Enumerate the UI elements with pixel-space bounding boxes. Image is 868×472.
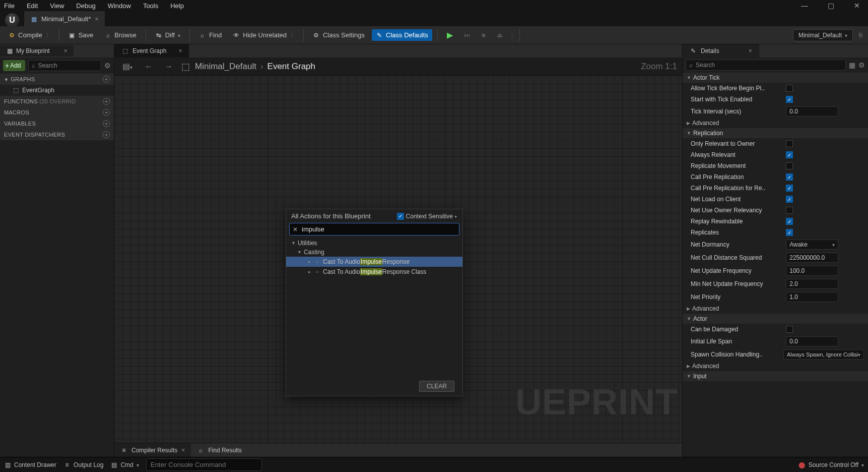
section-variables[interactable]: VARIABLES+ xyxy=(0,118,114,129)
my-blueprint-search[interactable]: ⌕Search xyxy=(28,60,101,71)
find-button[interactable]: ⌕Find xyxy=(195,29,226,41)
content-drawer-button[interactable]: ▥Content Drawer xyxy=(4,461,56,468)
step-button[interactable]: ⏭ xyxy=(460,29,475,41)
min-net-upd-input[interactable]: 2.0 xyxy=(786,279,838,289)
close-tab-icon[interactable]: × xyxy=(95,15,99,23)
tab-find-results[interactable]: ⌕Find Results xyxy=(191,443,248,457)
can-damage-checkbox[interactable] xyxy=(786,326,793,333)
start-tick-checkbox[interactable]: ✓ xyxy=(786,96,793,103)
minimize-icon[interactable]: — xyxy=(797,1,812,11)
context-checkbox[interactable]: ✓ xyxy=(397,213,404,220)
tab-compiler-results[interactable]: ≡Compiler Results× xyxy=(114,443,191,457)
diff-button[interactable]: ↹Diff xyxy=(151,29,184,41)
graph-item-eventgraph[interactable]: ⬚EventGraph xyxy=(0,85,114,96)
debug-object-dropdown[interactable]: Minimal_Default xyxy=(793,29,853,41)
add-function-icon[interactable]: + xyxy=(103,98,110,105)
stop-button[interactable]: ■ xyxy=(478,29,490,41)
breadcrumb-root[interactable]: Minimal_Default xyxy=(195,62,256,72)
locate-icon[interactable]: ⎘ xyxy=(857,32,864,39)
section-input[interactable]: ▼Input xyxy=(683,371,868,381)
popup-search-field[interactable] xyxy=(302,225,456,233)
action-cast-impulse-response-class[interactable]: ▸→ Cast To AudioImpulseResponse Class xyxy=(286,267,462,277)
graph-menu-icon[interactable]: ▤ xyxy=(119,61,136,72)
replicates-checkbox[interactable]: ✓ xyxy=(786,229,793,236)
compile-button[interactable]: ⚙Compile⋮ xyxy=(4,29,54,41)
browse-button[interactable]: ⌕Browse xyxy=(100,29,140,41)
details-tab[interactable]: ✎Details× xyxy=(683,44,759,57)
call-pre-checkbox[interactable]: ✓ xyxy=(786,173,793,181)
net-cull-input[interactable]: 225000000.0 xyxy=(786,253,838,263)
settings-gear-icon[interactable]: ⚙ xyxy=(104,62,111,70)
hide-unrelated-button[interactable]: 👁Hide Unrelated⋮ xyxy=(229,29,298,41)
rep-move-checkbox[interactable] xyxy=(786,162,793,169)
add-macro-icon[interactable]: + xyxy=(103,109,110,116)
class-defaults-button[interactable]: ✎Class Defaults xyxy=(372,29,432,41)
details-search-ph: Search xyxy=(696,62,715,69)
action-cast-impulse-response[interactable]: ▸→ Cast To AudioImpulseResponse xyxy=(286,257,462,267)
advanced-actor[interactable]: ▶Advanced xyxy=(683,361,868,371)
eject-button[interactable]: ⏏ xyxy=(493,29,507,41)
advanced-actor-tick[interactable]: ▶Advanced xyxy=(683,118,868,128)
output-log-button[interactable]: ≡Output Log xyxy=(63,461,103,468)
nav-forward-icon[interactable]: → xyxy=(162,61,176,72)
group-casting[interactable]: ▼Casting xyxy=(286,248,462,257)
graph-canvas[interactable]: UEPRINT All Actions for this Blueprint ✓… xyxy=(114,76,682,443)
add-dispatcher-icon[interactable]: + xyxy=(103,131,110,138)
net-upd-input[interactable]: 100.0 xyxy=(786,266,838,276)
nav-back-icon[interactable]: ← xyxy=(142,61,156,72)
only-owner-checkbox[interactable] xyxy=(786,140,793,147)
section-macros[interactable]: MACROS+ xyxy=(0,107,114,118)
console-input[interactable] xyxy=(146,458,262,471)
menu-edit[interactable]: Edit xyxy=(27,2,38,10)
details-settings-icon[interactable]: ⚙ xyxy=(858,61,865,69)
menu-help[interactable]: Help xyxy=(170,2,184,10)
section-dispatchers[interactable]: EVENT DISPATCHERS+ xyxy=(0,129,114,140)
breadcrumb-leaf[interactable]: Event Graph xyxy=(268,62,315,72)
group-utilities[interactable]: ▼Utilities xyxy=(286,239,462,248)
class-settings-button[interactable]: ⚙Class Settings xyxy=(309,29,369,41)
section-actor-tick[interactable]: ▼Actor Tick xyxy=(683,73,868,83)
clear-search-icon[interactable]: ✕ xyxy=(293,226,298,233)
tick-interval-input[interactable]: 0.0 xyxy=(786,106,838,116)
my-blueprint-tab[interactable]: ▦ My Blueprint × xyxy=(0,45,74,56)
replay-checkbox[interactable]: ✓ xyxy=(786,218,793,225)
popup-search-input[interactable]: ✕ xyxy=(289,223,459,235)
advanced-replication[interactable]: ▶Advanced xyxy=(683,304,868,314)
source-control-label[interactable]: Source Control Off xyxy=(809,461,858,468)
menu-view[interactable]: View xyxy=(50,2,64,10)
details-matrix-icon[interactable]: ▦ xyxy=(849,61,855,69)
section-actor[interactable]: ▼Actor xyxy=(683,314,868,324)
net-pri-input[interactable]: 1.0 xyxy=(786,292,838,302)
allow-tick-checkbox[interactable] xyxy=(786,85,793,92)
life-span-input[interactable]: 0.0 xyxy=(786,336,838,346)
play-button[interactable]: ▶ xyxy=(443,28,457,42)
tab-event-graph[interactable]: ⬚ Event Graph × xyxy=(114,44,189,57)
section-replication[interactable]: ▼Replication xyxy=(683,128,868,138)
details-search[interactable]: ⌕Search xyxy=(686,60,846,71)
add-button[interactable]: +Add xyxy=(3,60,25,71)
spawn-handling-combo[interactable]: Always Spawn, Ignore Collisions xyxy=(783,349,864,360)
context-sensitive-toggle[interactable]: ✓ Context Sensitive ▸ xyxy=(397,213,457,220)
menu-file[interactable]: File xyxy=(4,2,15,10)
section-functions[interactable]: FUNCTIONS (20 OVERRID+ xyxy=(0,96,114,107)
net-owner-checkbox[interactable] xyxy=(786,207,793,214)
maximize-icon[interactable]: ▢ xyxy=(824,1,838,11)
menu-debug[interactable]: Debug xyxy=(76,2,95,10)
play-options-icon[interactable]: ⋮ xyxy=(510,33,514,38)
cmd-dropdown[interactable]: ▤Cmd xyxy=(110,461,139,468)
add-graph-icon[interactable]: + xyxy=(103,76,110,83)
menu-window[interactable]: Window xyxy=(108,2,131,10)
save-button[interactable]: ▣Save xyxy=(64,29,98,41)
section-graphs[interactable]: ▼GRAPHS+ xyxy=(0,74,114,85)
net-load-checkbox[interactable]: ✓ xyxy=(786,196,793,203)
clear-button[interactable]: CLEAR xyxy=(419,381,454,392)
close-icon[interactable]: ✕ xyxy=(850,1,864,11)
close-panel-icon[interactable]: × xyxy=(64,47,68,54)
always-relevant-checkbox[interactable]: ✓ xyxy=(786,151,793,158)
net-dormancy-combo[interactable]: Awake xyxy=(786,240,838,250)
call-pre-re-checkbox[interactable]: ✓ xyxy=(786,185,793,192)
add-variable-icon[interactable]: + xyxy=(103,120,110,127)
document-tab[interactable]: ▦ Minimal_Default* × xyxy=(24,11,105,26)
close-event-graph-icon[interactable]: × xyxy=(178,47,182,54)
menu-tools[interactable]: Tools xyxy=(143,2,158,10)
